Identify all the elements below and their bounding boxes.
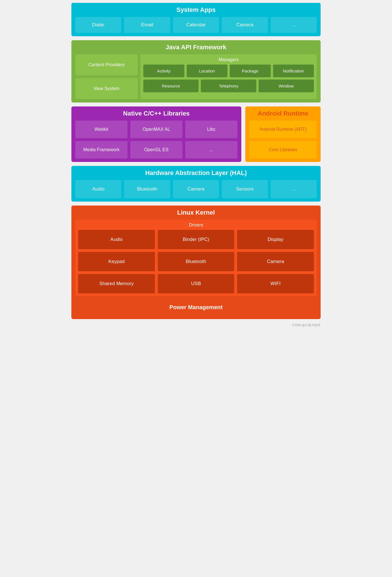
window-card: Window: [259, 80, 314, 92]
activity-card: Activity: [143, 65, 184, 77]
art-card: Android Runtime (ART): [249, 121, 317, 138]
managers-title: Managers: [143, 57, 314, 62]
hal-sensors-card: Sensors: [222, 180, 268, 198]
driver-camera-card: Camera: [237, 252, 314, 271]
native-more-card: ...: [185, 141, 237, 159]
managers-grid: Activity Location Package Notification R…: [143, 65, 314, 92]
dialer-card: Dialer: [75, 17, 121, 33]
hal-cards: Audio Bluetooth Camera Sensors ...: [75, 180, 317, 198]
left-col: Content Providers View System: [75, 54, 138, 99]
drivers-row-1: Audio Binder (IPC) Display: [78, 230, 314, 249]
android-runtime-title: Android Runtime: [249, 110, 317, 117]
content-providers-card: Content Providers: [75, 54, 138, 75]
resource-card: Resource: [143, 80, 199, 92]
view-system-card: View System: [75, 78, 138, 99]
native-libraries-layer: Native C/C++ Libraries Webkit OpenMAX AL…: [71, 106, 241, 162]
system-apps-layer: System Apps Dialer Email Calendar Camera…: [71, 3, 321, 36]
telephony-card: Telephony: [201, 80, 256, 92]
camera-card: Camera: [222, 17, 268, 33]
drivers-grid: Audio Binder (IPC) Display Keypad Blueto…: [78, 230, 314, 293]
opengl-card: OpenGL ES: [130, 141, 182, 159]
media-framework-card: Media Framework: [75, 141, 127, 159]
location-card: Location: [187, 65, 228, 77]
hal-camera-card: Camera: [173, 180, 219, 198]
drivers-section: Drivers Audio Binder (IPC) Display Keypa…: [75, 220, 317, 296]
art-grid: Android Runtime (ART) Core Libraries: [249, 121, 317, 159]
linux-kernel-title: Linux Kernel: [75, 209, 317, 216]
managers-row-2: Resource Telephony Window: [143, 80, 314, 92]
java-api-title: Java API Framework: [75, 44, 317, 51]
core-libraries-card: Core Libraries: [249, 141, 317, 159]
email-card: Email: [124, 17, 170, 33]
linux-kernel-layer: Linux Kernel Drivers Audio Binder (IPC) …: [71, 206, 321, 319]
more-card: ...: [271, 17, 317, 33]
package-card: Package: [230, 65, 271, 77]
drivers-row-3: Shared Memory USB WIFI: [78, 274, 314, 293]
driver-bluetooth-card: Bluetooth: [158, 252, 235, 271]
java-api-layer: Java API Framework Content Providers Vie…: [71, 40, 321, 102]
managers-col: Managers Activity Location Package Notif…: [140, 54, 317, 99]
managers-row-1: Activity Location Package Notification: [143, 65, 314, 77]
watermark: CSDN @小资大软件: [71, 323, 321, 327]
system-apps-title: System Apps: [75, 6, 317, 14]
hal-more-card: ...: [271, 180, 317, 198]
hal-bluetooth-card: Bluetooth: [124, 180, 170, 198]
system-apps-cards: Dialer Email Calendar Camera ...: [75, 17, 317, 33]
native-row-2: Media Framework OpenGL ES ...: [75, 141, 237, 159]
openmax-card: OpenMAX AL: [130, 121, 182, 138]
libc-card: Libc: [185, 121, 237, 138]
android-runtime-layer: Android Runtime Android Runtime (ART) Co…: [245, 106, 321, 162]
driver-wifi-card: WIFI: [237, 274, 314, 293]
drivers-row-2: Keypad Bluetooth Camera: [78, 252, 314, 271]
driver-shared-memory-card: Shared Memory: [78, 274, 155, 293]
power-management-card: Power Management: [75, 299, 317, 316]
java-api-inner: Content Providers View System Managers A…: [75, 54, 317, 99]
hal-title: Hardware Abstraction Layer (HAL): [75, 169, 317, 177]
hal-audio-card: Audio: [75, 180, 121, 198]
native-runtime-row: Native C/C++ Libraries Webkit OpenMAX AL…: [71, 106, 321, 162]
native-title: Native C/C++ Libraries: [75, 110, 237, 117]
hal-layer: Hardware Abstraction Layer (HAL) Audio B…: [71, 166, 321, 202]
drivers-title: Drivers: [78, 223, 314, 228]
webkit-card: Webkit: [75, 121, 127, 138]
driver-usb-card: USB: [158, 274, 235, 293]
driver-audio-card: Audio: [78, 230, 155, 249]
driver-binder-card: Binder (IPC): [158, 230, 235, 249]
native-grid: Webkit OpenMAX AL Libc Media Framework O…: [75, 121, 237, 159]
calendar-card: Calendar: [173, 17, 219, 33]
native-row-1: Webkit OpenMAX AL Libc: [75, 121, 237, 138]
notification-card: Notification: [273, 65, 314, 77]
driver-keypad-card: Keypad: [78, 252, 155, 271]
driver-display-card: Display: [237, 230, 314, 249]
